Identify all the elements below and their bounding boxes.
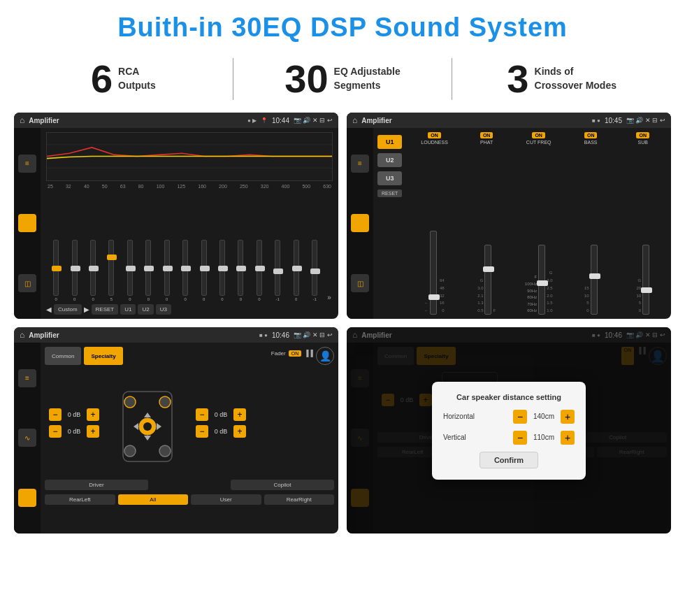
s2-vol-icon[interactable]: ◫ <box>351 274 369 292</box>
eq-main-area: 2532405063 80100125160200 25032040050063… <box>41 128 338 319</box>
screen4-dialog: ⌂ Amplifier ■ ● 10:46 📷 🔊 ✕ ⊟ ↩ ≡ ∿ ◫ Co… <box>347 327 671 533</box>
right-minus-2[interactable]: − <box>196 425 208 438</box>
right-minus-1[interactable]: − <box>196 408 208 421</box>
right-vol-row1: − 0 dB + <box>196 408 246 421</box>
feature-crossover: 3 Kinds ofCrossover Modes <box>466 59 657 99</box>
left-val-2: 0 dB <box>64 428 84 435</box>
left-plus-2[interactable]: + <box>87 425 99 438</box>
reset-button[interactable]: RESET <box>92 304 119 315</box>
horizontal-minus-button[interactable]: − <box>513 410 527 424</box>
feature-eq: 30 EQ AdjustableSegments <box>247 59 438 99</box>
svg-marker-11 <box>157 423 161 430</box>
location-icon: 📍 <box>261 117 268 124</box>
horizontal-value: 140cm <box>531 413 556 420</box>
home-icon[interactable]: ⌂ <box>20 115 24 125</box>
s3-home-icon[interactable]: ⌂ <box>20 330 24 340</box>
amp-col-bass: ON BASS 151050 <box>567 132 615 315</box>
cutfreq-slider[interactable] <box>538 245 545 315</box>
s2-home-icon[interactable]: ⌂ <box>352 115 357 125</box>
loudness-slider[interactable] <box>430 231 437 315</box>
slider-7: 0 <box>159 240 175 301</box>
slider-10: 0 <box>214 240 231 301</box>
s2-eq-icon[interactable]: ≡ <box>351 155 369 173</box>
specialty-tab[interactable]: Specialty <box>84 347 122 365</box>
horizontal-plus-button[interactable]: + <box>561 410 575 424</box>
feature-rca: 6 RCAOutputs <box>28 59 219 99</box>
user-button[interactable]: User <box>191 494 261 505</box>
amp-col-cutfreq: ON CUT FREQ F100Hz90Hz80Hz70Hz60Hz G3.02… <box>514 132 563 315</box>
common-tab[interactable]: Common <box>45 347 81 365</box>
left-vol-controls: − 0 dB + − 0 dB + <box>45 404 103 442</box>
vertical-minus-button[interactable]: − <box>513 431 527 445</box>
speaker-diagram-area: − 0 dB + − 0 dB + <box>45 371 334 475</box>
u2-button[interactable]: U2 <box>138 304 153 315</box>
confirm-button[interactable]: Confirm <box>480 452 538 468</box>
prev-preset-button[interactable]: ◀ <box>46 304 52 315</box>
screen3-time: 10:46 <box>272 331 289 339</box>
screen2-statusbar: ⌂ Amplifier ■ ● 10:45 📷 🔊 ✕ ⊟ ↩ <box>347 113 671 128</box>
right-val-2: 0 dB <box>211 428 231 435</box>
loudness-label: LOUDNESS <box>421 140 448 145</box>
sidebar-wave-icon[interactable]: ∿ <box>18 214 36 232</box>
sidebar-vol-icon[interactable]: ◫ <box>18 274 36 292</box>
u2-select-button[interactable]: U2 <box>377 153 402 167</box>
u1-select-button[interactable]: U1 <box>377 135 402 149</box>
screen2-body: ≡ ∿ ◫ U1 U2 U3 RESET ON LOUDNESS ~~ <box>347 128 671 319</box>
slider-14: 0 <box>287 240 304 301</box>
bass-on-badge: ON <box>584 132 598 138</box>
s3-vol-icon[interactable]: ◫ <box>18 489 36 507</box>
divider-1 <box>233 58 233 100</box>
amp-reset-button[interactable]: RESET <box>377 189 402 197</box>
loudness-scale: ~~ <box>425 299 428 315</box>
s3-eq-icon[interactable]: ≡ <box>18 369 36 387</box>
freq-labels: 2532405063 80100125160200 25032040050063… <box>46 184 333 189</box>
phat-slider[interactable] <box>484 245 491 315</box>
screen1-sidebar: ≡ ∿ ◫ <box>14 128 41 319</box>
sub-label: SUB <box>638 140 648 145</box>
cutfreq-scale: F100Hz90Hz80Hz70Hz60Hz <box>525 274 537 315</box>
vertical-plus-button[interactable]: + <box>561 431 575 445</box>
svg-point-9 <box>143 422 152 431</box>
right-plus-1[interactable]: + <box>233 408 246 421</box>
u1-button[interactable]: U1 <box>120 304 136 315</box>
dot-icons: ● ▶ <box>247 117 257 124</box>
dialog-vertical-row: Vertical − 110cm + <box>443 431 575 445</box>
screen1-title: Amplifier <box>29 117 243 124</box>
person-icon-circle[interactable]: 👤 <box>316 347 334 365</box>
divider-2 <box>452 58 452 100</box>
left-minus-2[interactable]: − <box>49 425 62 438</box>
slider-9: 0 <box>195 240 212 301</box>
right-plus-2[interactable]: + <box>233 425 246 438</box>
crossover-number: 3 <box>507 59 528 99</box>
rearleft-button[interactable]: RearLeft <box>45 494 115 505</box>
custom-button[interactable]: Custom <box>54 304 82 315</box>
left-minus-1[interactable]: − <box>49 408 62 421</box>
bass-slider[interactable] <box>591 245 598 315</box>
common-main-area: Common Specialty Fader ON ▐▐ 👤 <box>41 343 338 533</box>
u3-select-button[interactable]: U3 <box>377 171 402 185</box>
screen2-title: Amplifier <box>361 117 588 124</box>
copilot-button[interactable]: Copilot <box>231 480 334 490</box>
s2-wave-icon[interactable]: ∿ <box>351 214 369 232</box>
svg-point-5 <box>159 396 171 408</box>
u3-button[interactable]: U3 <box>156 304 171 315</box>
slider-5: 0 <box>122 240 138 301</box>
vertical-label: Vertical <box>443 434 509 441</box>
car-diagram <box>109 371 186 475</box>
s3-wave-icon[interactable]: ∿ <box>18 429 36 447</box>
rearright-button[interactable]: RearRight <box>264 494 335 505</box>
next-preset-button[interactable]: ▶ <box>84 304 89 315</box>
horizontal-label: Horizontal <box>443 413 509 420</box>
expand-icon[interactable]: » <box>324 294 331 301</box>
sidebar-eq-icon[interactable]: ≡ <box>18 155 36 173</box>
driver-button[interactable]: Driver <box>45 480 148 490</box>
screen3-speaker: ⌂ Amplifier ■ ● 10:46 📷 🔊 ✕ ⊟ ↩ ≡ ∿ ◫ Co… <box>14 327 338 533</box>
all-button[interactable]: All <box>118 494 189 505</box>
left-val-1: 0 dB <box>64 411 84 418</box>
right-vol-controls: − 0 dB + − 0 dB + <box>192 404 250 442</box>
fader-slider[interactable]: ▐▐ <box>304 350 313 357</box>
sub-slider[interactable] <box>642 245 649 315</box>
bottom-buttons-row: Driver Copilot <box>45 480 334 490</box>
left-plus-1[interactable]: + <box>87 408 99 421</box>
screen3-body: ≡ ∿ ◫ Common Specialty Fader ON ▐▐ 👤 <box>14 343 338 533</box>
